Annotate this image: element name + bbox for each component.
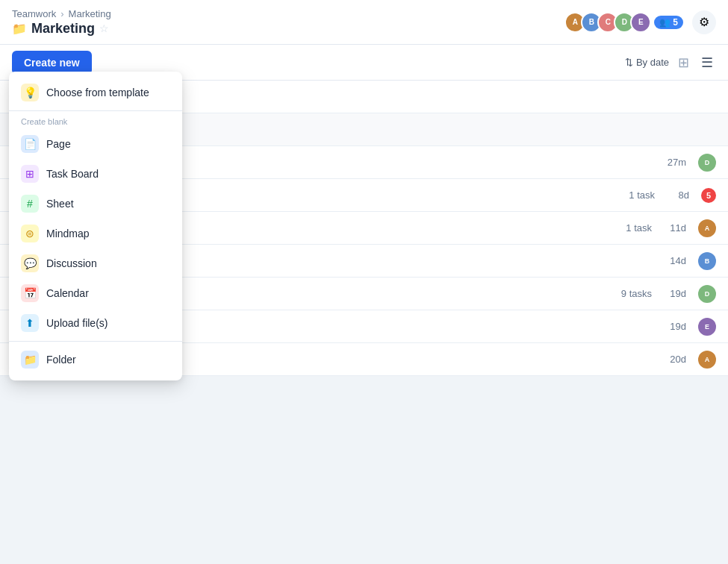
row-avatar: A (698, 351, 716, 369)
sheet-label: Sheet (46, 198, 74, 210)
days-ago: 27m (664, 157, 686, 168)
days-ago: 8d (667, 189, 689, 201)
menu-item-taskboard[interactable]: ⊞ Task Board (9, 159, 182, 189)
breadcrumb-teamwork[interactable]: Teamwork (12, 8, 56, 19)
menu-divider (9, 110, 182, 111)
top-nav: Teamwork › Marketing 📁 Marketing ☆ A B C… (0, 0, 728, 45)
list-view-button[interactable]: ☰ (698, 53, 716, 72)
nav-right: A B C D E 👥 5 ⚙ (564, 10, 716, 34)
by-date-button[interactable]: ⇅ By date (625, 57, 669, 68)
menu-item-calendar[interactable]: 📅 Calendar (9, 278, 182, 308)
menu-item-folder[interactable]: 📁 Folder (9, 345, 182, 375)
menu-item-page[interactable]: 📄 Page (9, 129, 182, 159)
avatar-badge[interactable]: 👥 5 (654, 16, 683, 29)
row-avatar: D (698, 285, 716, 303)
page-label: Page (46, 138, 71, 150)
taskboard-label: Task Board (46, 168, 99, 180)
taskboard-icon: ⊞ (21, 165, 39, 183)
days-ago: 11d (664, 222, 686, 234)
folder-icon: 📁 (21, 351, 39, 369)
notification-badge: 5 (701, 188, 716, 203)
create-new-button[interactable]: Create new (12, 51, 92, 75)
breadcrumb-marketing: Marketing (69, 8, 111, 19)
mindmap-icon: ⊜ (21, 225, 39, 242)
avatar-badge-icon: 👥 (659, 17, 671, 28)
avatar-group: A B C D E 👥 5 (564, 12, 683, 33)
create-dropdown-menu: 💡 Choose from template Create blank 📄 Pa… (9, 72, 182, 380)
row-avatar: E (698, 318, 716, 336)
row-avatar: B (698, 252, 716, 270)
template-label: Choose from template (46, 87, 149, 98)
menu-item-sheet[interactable]: # Sheet (9, 189, 182, 219)
days-ago: 20d (664, 354, 686, 365)
row-avatar: A (698, 219, 716, 237)
avatar-5: E (630, 12, 651, 33)
row-meta: 14d B (664, 252, 716, 270)
avatar-badge-count: 5 (673, 17, 678, 28)
sort-icon: ⇅ (625, 57, 633, 68)
calendar-label: Calendar (46, 287, 89, 299)
task-count: 9 tasks (621, 288, 652, 299)
days-ago: 19d (664, 288, 686, 299)
menu-item-discussion[interactable]: 💬 Discussion (9, 248, 182, 278)
menu-item-template[interactable]: 💡 Choose from template (9, 78, 182, 107)
grid-view-button[interactable]: ⊞ (675, 53, 692, 72)
menu-divider-2 (9, 341, 182, 342)
task-count: 1 task (629, 189, 655, 201)
settings-button[interactable]: ⚙ (692, 10, 716, 34)
page-icon: 📄 (21, 135, 39, 153)
upload-icon: ⬆ (21, 314, 39, 332)
page-title: Marketing (31, 21, 95, 37)
row-meta: 27m D (664, 154, 716, 172)
task-count: 1 task (626, 222, 652, 234)
breadcrumb-sep: › (60, 8, 63, 19)
menu-item-mindmap[interactable]: ⊜ Mindmap (9, 219, 182, 248)
row-meta: 20d A (664, 351, 716, 369)
days-ago: 14d (664, 255, 686, 266)
discussion-label: Discussion (46, 257, 97, 269)
days-ago: 19d (664, 321, 686, 332)
by-date-label: By date (636, 57, 669, 68)
breadcrumb: Teamwork › Marketing (12, 8, 111, 19)
upload-label: Upload file(s) (46, 317, 108, 329)
sheet-icon: # (21, 195, 39, 213)
row-meta: 1 task 11d A (626, 219, 716, 237)
folder-label: Folder (46, 354, 76, 366)
toolbar-right: ⇅ By date ⊞ ☰ (625, 53, 716, 72)
discussion-icon: 💬 (21, 254, 39, 272)
star-icon[interactable]: ☆ (99, 22, 109, 34)
row-meta: 19d E (664, 318, 716, 336)
create-blank-label: Create blank (9, 114, 182, 129)
row-meta: 9 tasks 19d D (621, 285, 716, 303)
row-meta: 1 task 8d 5 (629, 188, 716, 203)
template-icon: 💡 (21, 84, 39, 101)
calendar-icon: 📅 (21, 284, 39, 302)
row-avatar: D (698, 154, 716, 172)
menu-item-upload[interactable]: ⬆ Upload file(s) (9, 308, 182, 338)
mindmap-label: Mindmap (46, 228, 90, 239)
folder-icon: 📁 (12, 22, 27, 36)
